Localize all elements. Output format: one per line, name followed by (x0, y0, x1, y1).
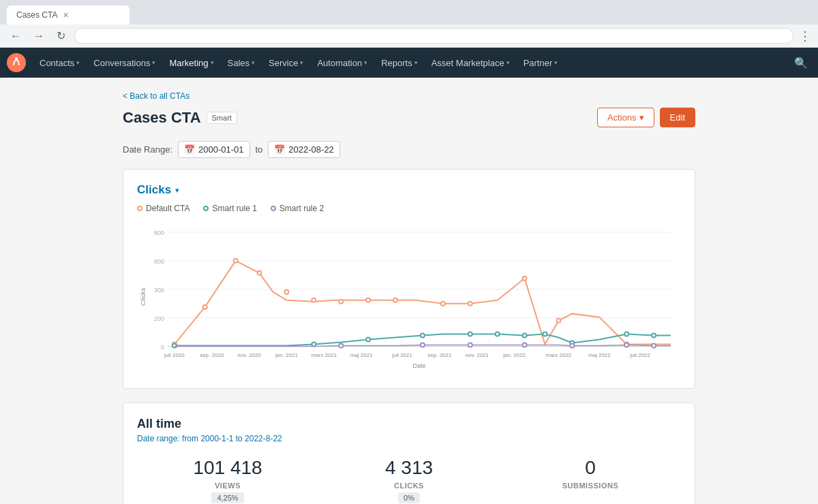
y-tick-200: 200 (154, 315, 164, 322)
back-button[interactable]: ← (7, 29, 25, 44)
calendar-to-icon: 📅 (274, 144, 285, 155)
nav-item-partner[interactable]: Partner ▾ (517, 48, 565, 78)
chart-card: Clicks ▾ Default CTA Smart rule 1 Smart … (123, 169, 695, 389)
hubspot-navbar: Contacts ▾ Conversations ▾ Marketing ▾ S… (0, 48, 818, 78)
dot-teal-2 (366, 338, 370, 342)
header-actions: Actions ▾ Edit (597, 108, 695, 127)
x-tick-4: mars 2021 (311, 352, 337, 358)
dot-orange-7 (366, 298, 370, 302)
nav-items: Contacts ▾ Conversations ▾ Marketing ▾ S… (33, 48, 791, 78)
x-tick-0: juli 2020 (164, 352, 185, 358)
nav-item-automation[interactable]: Automation ▾ (310, 48, 374, 78)
stat-views-label: VIEWS (137, 482, 318, 490)
browser-tab[interactable]: Cases CTA × (7, 5, 130, 25)
browser-menu-button[interactable]: ⋮ (799, 29, 811, 44)
legend-dot-smart-rule-2 (271, 206, 276, 211)
forward-button[interactable]: → (30, 29, 48, 44)
date-to-value: 2022-08-22 (288, 144, 334, 155)
dot-purple-3 (523, 343, 527, 347)
dot-purple-4 (570, 344, 574, 348)
date-from-value: 2000-01-01 (198, 144, 244, 155)
refresh-button[interactable]: ↻ (53, 28, 69, 44)
x-tick-10: mars 2022 (546, 352, 572, 358)
stat-submissions: 0 SUBMISSIONS (500, 457, 681, 490)
edit-button[interactable]: Edit (660, 108, 695, 127)
stat-clicks-value: 4 313 (318, 457, 500, 479)
conversations-chevron: ▾ (152, 59, 155, 66)
y-tick-800: 800 (154, 230, 164, 236)
chart-title-row: Clicks ▾ (137, 183, 681, 197)
legend-item-smart-rule-1: Smart rule 1 (203, 204, 256, 213)
x-tick-5: maj 2021 (350, 352, 373, 358)
stat-submissions-label: SUBMISSIONS (500, 482, 681, 490)
x-tick-6: juli 2021 (391, 352, 412, 358)
y-tick-0: 0 (161, 344, 164, 351)
browser-toolbar: ← → ↻ ⋮ (0, 25, 818, 48)
chart-title-dropdown-icon[interactable]: ▾ (175, 186, 179, 195)
x-tick-3: jan. 2021 (275, 352, 298, 358)
line-default-cta (175, 261, 671, 345)
nav-item-conversations[interactable]: Conversations ▾ (87, 48, 162, 78)
legend-dot-default-cta (137, 206, 142, 211)
x-axis-label: Date (412, 362, 425, 369)
nav-item-contacts[interactable]: Contacts ▾ (33, 48, 87, 78)
tab-close-icon[interactable]: × (63, 10, 68, 20)
dot-teal-5 (496, 332, 500, 336)
date-to-input[interactable]: 📅 2022-08-22 (268, 141, 340, 158)
alltime-title: All time (137, 417, 681, 431)
page-title-group: Cases CTA Smart (123, 109, 237, 127)
y-axis-label: Clicks (139, 287, 147, 306)
browser-chrome: Cases CTA × (0, 0, 818, 25)
page-content: < Back to all CTAs Cases CTA Smart Actio… (0, 78, 818, 504)
smart-badge: Smart (207, 112, 237, 124)
automation-chevron: ▾ (364, 59, 367, 66)
x-tick-7: sep. 2021 (427, 352, 452, 358)
stat-views-value: 101 418 (137, 457, 318, 479)
nav-item-sales[interactable]: Sales ▾ (221, 48, 262, 78)
nav-item-service[interactable]: Service ▾ (262, 48, 310, 78)
alltime-card: All time Date range: from 2000-1-1 to 20… (123, 403, 695, 504)
stat-submissions-value: 0 (500, 457, 681, 479)
address-bar[interactable] (74, 28, 793, 44)
dot-orange-9 (441, 302, 445, 306)
nav-item-reports[interactable]: Reports ▾ (374, 48, 425, 78)
dot-orange-3 (258, 271, 262, 275)
dot-purple-1 (421, 343, 425, 347)
dot-orange-2 (234, 259, 238, 263)
nav-item-marketing[interactable]: Marketing ▾ (162, 48, 220, 78)
dot-orange-6 (339, 300, 343, 304)
service-chevron: ▾ (300, 59, 303, 66)
alltime-subtitle: Date range: from 2000-1-1 to 2022-8-22 (137, 434, 681, 443)
stats-row: 101 418 VIEWS 4,25% 4 313 CLICKS 0% 0 SU… (137, 457, 681, 503)
legend-label-smart-rule-2: Smart rule 2 (279, 204, 324, 213)
page-title: Cases CTA (123, 109, 201, 127)
nav-search-icon[interactable]: 🔍 (791, 53, 811, 73)
dot-orange-12 (556, 319, 560, 323)
tab-title: Cases CTA (16, 10, 57, 20)
legend-item-smart-rule-2: Smart rule 2 (271, 204, 324, 213)
dot-orange-5 (312, 298, 316, 302)
x-tick-8: nov. 2021 (466, 352, 489, 358)
actions-chevron-icon: ▾ (639, 112, 644, 123)
breadcrumb[interactable]: < Back to all CTAs (123, 91, 695, 101)
dot-teal-9 (624, 332, 628, 336)
stat-views: 101 418 VIEWS 4,25% (137, 457, 318, 503)
nav-item-asset-marketplace[interactable]: Asset Marketplace ▾ (425, 48, 517, 78)
legend-label-default-cta: Default CTA (146, 204, 190, 213)
partner-chevron: ▾ (554, 59, 558, 66)
chart-legend: Default CTA Smart rule 1 Smart rule 2 (137, 204, 681, 213)
actions-button[interactable]: Actions ▾ (597, 108, 654, 127)
dot-teal-7 (543, 332, 547, 336)
stat-views-badge: 4,25% (211, 492, 243, 503)
dot-orange-10 (468, 302, 472, 306)
reports-chevron: ▾ (414, 59, 418, 66)
hubspot-logo (7, 53, 26, 72)
date-range-label: Date Range: (123, 144, 172, 155)
x-tick-12: juli 2022 (629, 352, 650, 358)
dot-orange-4 (284, 290, 288, 294)
stat-clicks: 4 313 CLICKS 0% (318, 457, 500, 503)
date-range-row: Date Range: 📅 2000-01-01 to 📅 2022-08-22 (123, 141, 695, 158)
stat-clicks-label: CLICKS (318, 482, 500, 490)
svg-point-0 (7, 53, 26, 72)
date-from-input[interactable]: 📅 2000-01-01 (178, 141, 250, 158)
